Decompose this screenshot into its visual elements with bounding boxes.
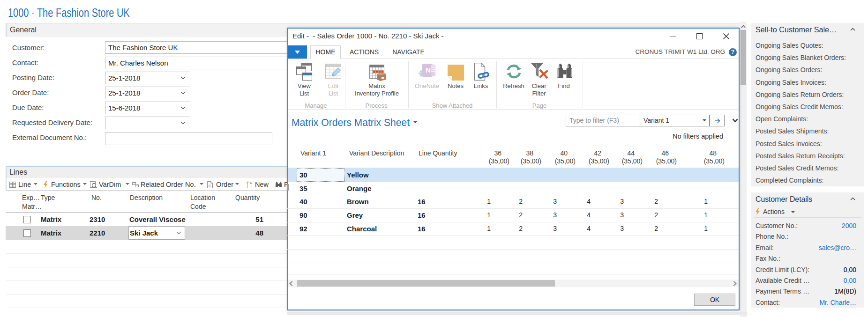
svg-text:N: N [426, 66, 431, 74]
